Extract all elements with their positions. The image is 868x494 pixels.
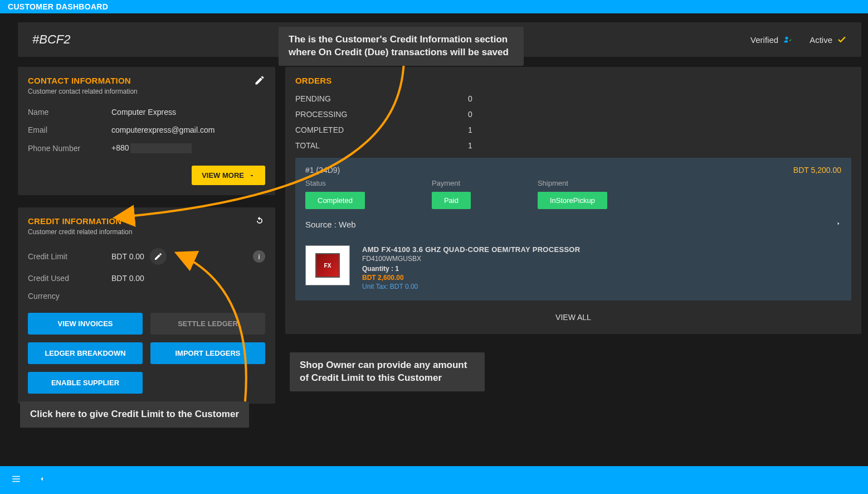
verified-label: Verified [750,35,778,45]
shipment-col: Shipment InStorePickup [538,179,607,209]
credit-subtitle: Customer credit related information [28,228,265,236]
source-label: Source : Web [305,220,356,229]
import-ledgers-button[interactable]: IMPORT LEDGERS [150,342,265,364]
ledger-breakdown-button[interactable]: LEDGER BREAKDOWN [28,342,143,364]
customer-id: #BCF2 [32,32,70,47]
view-more-label: VIEW MORE [202,171,244,180]
active-check-icon [837,35,847,45]
left-column: CONTACT INFORMATION Customer contact rel… [18,67,275,404]
active-status: Active [810,35,847,45]
order-amount: BDT 5,200.00 [793,166,841,175]
user-check-icon [783,35,793,45]
refresh-credit-button[interactable] [254,215,265,229]
product-price: BDT 2,600.00 [362,274,580,282]
stat-completed: COMPLETED1 [295,122,851,138]
contact-email-row: Email computerexpress@gmail.com [28,121,265,139]
chevron-right-icon [836,219,841,228]
total-label: TOTAL [295,141,468,150]
orders-title: ORDERS [295,76,851,85]
topbar: CUSTOMER DASHBOARD [0,0,868,13]
source-row: Source : Web [305,219,841,230]
annotation-top: The is the Customer's Credit Information… [279,27,524,66]
stat-total: TOTAL1 [295,138,851,153]
contact-panel: CONTACT INFORMATION Customer contact rel… [18,67,275,195]
edit-credit-limit-button[interactable] [150,248,167,265]
status-label: Status [305,179,365,187]
product-name: AMD FX-4100 3.6 GHZ QUAD-CORE OEM/TRAY P… [362,245,580,254]
phone-value: +880 [111,143,192,153]
name-label: Name [28,108,111,117]
credit-used-row: Credit Used BDT 0.00 [28,269,265,287]
view-more-row: VIEW MORE [28,166,265,185]
completed-value: 1 [468,125,472,134]
product-code: FD4100WMGUSBX [362,255,580,263]
order-expand-button[interactable] [836,219,841,230]
product-tax: Unit Tax: BDT 0.00 [362,283,580,290]
pencil-icon [154,252,163,261]
credit-used-value: BDT 0.00 [111,274,144,283]
chevron-down-icon [248,172,255,179]
view-all-button[interactable]: VIEW ALL [295,301,851,334]
annotation-bottom: Click here to give Credit Limit to the C… [20,401,249,428]
contact-subtitle: Customer contact related information [28,88,265,95]
annotation-right: Shop Owner can provide any amount of Cre… [290,352,485,391]
chevron-left-icon [38,473,46,485]
enable-supplier-button[interactable]: ENABLE SUPPLIER [28,372,143,394]
credit-limit-label: Credit Limit [28,252,111,261]
email-label: Email [28,125,111,134]
verified-status: Verified [750,35,793,45]
orders-stats: PENDING0 PROCESSING0 COMPLETED1 TOTAL1 [295,91,851,153]
menu-button[interactable] [10,474,22,486]
order-title: #1 (24D9) [305,166,340,175]
footer-bar [0,466,868,494]
credit-panel: CREDIT INFORMATION Customer credit relat… [18,207,275,404]
contact-name-row: Name Computer Express [28,103,265,121]
stat-pending: PENDING0 [295,91,851,106]
content-area: #BCF2 Verified Active CONT [0,13,868,408]
phone-redacted [130,143,192,153]
chip-graphic: FX [315,253,340,278]
right-column: ORDERS PENDING0 PROCESSING0 COMPLETED1 T… [285,67,861,334]
currency-row: Currency [28,287,265,305]
total-value: 1 [468,141,472,150]
edit-contact-button[interactable] [254,75,265,88]
product-info: AMD FX-4100 3.6 GHZ QUAD-CORE OEM/TRAY P… [362,245,580,290]
pending-label: PENDING [295,94,468,103]
phone-label: Phone Number [28,144,111,153]
credit-used-label: Credit Used [28,274,111,283]
order-card[interactable]: #1 (24D9) BDT 5,200.00 Status Completed … [295,158,851,301]
name-value: Computer Express [111,108,176,117]
shipment-label: Shipment [538,179,607,187]
product-row: FX AMD FX-4100 3.6 GHZ QUAD-CORE OEM/TRA… [305,245,841,290]
completed-label: COMPLETED [295,125,468,134]
processing-label: PROCESSING [295,110,468,119]
stat-processing: PROCESSING0 [295,106,851,122]
view-more-button[interactable]: VIEW MORE [192,166,265,185]
currency-label: Currency [28,292,111,301]
order-status-cols: Status Completed Payment Paid Shipment I… [305,179,841,209]
credit-buttons: VIEW INVOICES SETTLE LEDGER LEDGER BREAK… [28,313,265,394]
credit-title: CREDIT INFORMATION [28,216,265,226]
payment-badge: Paid [432,192,471,209]
credit-limit-info-button[interactable]: i [253,250,265,263]
active-label: Active [810,35,832,45]
email-value: computerexpress@gmail.com [111,125,214,134]
header-status-group: Verified Active [750,35,847,45]
contact-title: CONTACT INFORMATION [28,76,265,85]
credit-limit-value: BDT 0.00 [111,252,144,261]
payment-label: Payment [432,179,471,187]
pending-value: 0 [468,94,472,103]
refresh-icon [254,215,265,226]
credit-limit-row: Credit Limit BDT 0.00 i [28,244,265,269]
order-head: #1 (24D9) BDT 5,200.00 [305,166,841,175]
contact-phone-row: Phone Number +880 [28,139,265,158]
pencil-icon [254,75,265,86]
hamburger-icon [10,474,22,484]
back-button[interactable] [38,473,46,487]
settle-ledger-button[interactable]: SETTLE LEDGER [150,313,265,335]
view-invoices-button[interactable]: VIEW INVOICES [28,313,143,335]
topbar-title: CUSTOMER DASHBOARD [8,2,108,11]
status-badge: Completed [305,192,365,209]
shipment-badge: InStorePickup [538,192,607,209]
phone-prefix: +880 [111,143,129,152]
